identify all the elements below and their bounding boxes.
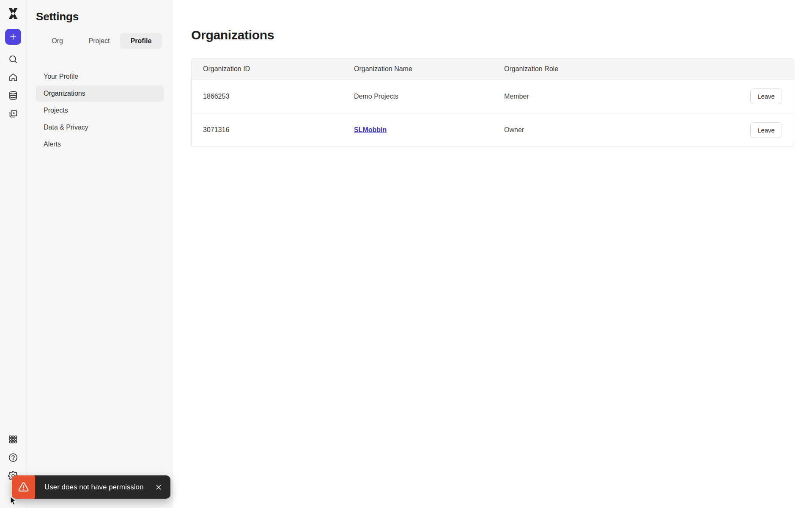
toast-message: User does not have permission: [44, 483, 143, 491]
leave-button[interactable]: Leave: [750, 88, 782, 104]
warning-triangle-icon: [12, 475, 35, 499]
org-name-value: Demo Projects: [343, 93, 493, 100]
settings-title: Settings: [36, 10, 172, 23]
table-header-row: Organization ID Organization Name Organi…: [192, 59, 794, 80]
sidebar-item-organizations[interactable]: Organizations: [36, 86, 164, 102]
close-icon[interactable]: [154, 483, 163, 491]
sidebar-item-alerts[interactable]: Alerts: [36, 136, 164, 152]
org-name-link[interactable]: SLMobbin: [354, 126, 387, 133]
search-icon[interactable]: [5, 52, 21, 67]
sidebar-item-projects[interactable]: Projects: [36, 102, 164, 119]
column-header-org-id: Organization ID: [192, 65, 343, 73]
org-role-value: Owner: [493, 126, 726, 134]
leave-button[interactable]: Leave: [750, 122, 782, 138]
sidebar-item-your-profile[interactable]: Your Profile: [36, 69, 164, 85]
error-toast: User does not have permission: [12, 475, 170, 499]
org-id-value: 1866253: [192, 93, 343, 100]
settings-sidebar: Settings Org Project Profile Your Profil…: [26, 0, 173, 508]
main-content: Organizations Organization ID Organizati…: [173, 29, 812, 147]
tab-profile[interactable]: Profile: [120, 33, 162, 49]
data-management-icon[interactable]: [5, 88, 21, 103]
table-row: 3071316 SLMobbin Owner Leave: [192, 113, 794, 146]
home-icon[interactable]: [5, 70, 21, 85]
column-header-org-role: Organization Role: [493, 65, 726, 73]
org-role-value: Member: [493, 93, 726, 100]
create-new-button[interactable]: [5, 29, 21, 45]
sidebar-item-data-privacy[interactable]: Data & Privacy: [36, 119, 164, 135]
apps-grid-icon[interactable]: [5, 432, 21, 447]
settings-tabbar: Org Project Profile: [36, 33, 162, 49]
table-row: 1866253 Demo Projects Member Leave: [192, 80, 794, 113]
tab-org[interactable]: Org: [36, 33, 78, 49]
tab-project[interactable]: Project: [78, 33, 120, 49]
settings-nav: Your Profile Organizations Projects Data…: [36, 69, 164, 152]
column-header-org-name: Organization Name: [343, 65, 493, 73]
organizations-table: Organization ID Organization Name Organi…: [191, 58, 794, 147]
help-icon[interactable]: [5, 450, 21, 465]
org-id-value: 3071316: [192, 126, 343, 134]
page-title: Organizations: [191, 29, 812, 41]
boards-video-icon[interactable]: [5, 106, 21, 121]
app-icon-rail: [0, 0, 26, 508]
mixpanel-logo-icon: [7, 8, 19, 19]
